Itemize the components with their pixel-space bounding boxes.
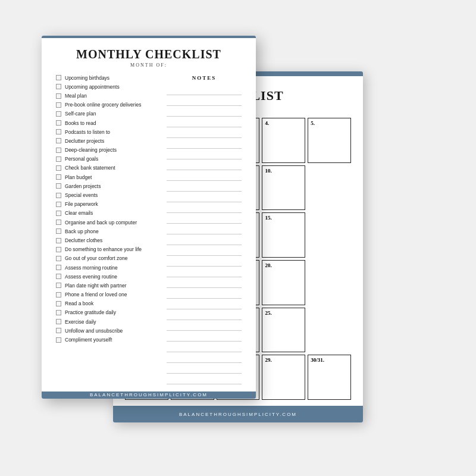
- item-label-14: File paperwork: [65, 201, 98, 207]
- checkbox-9[interactable]: [56, 156, 61, 162]
- checkbox-28[interactable]: [56, 328, 61, 333]
- checkbox-22[interactable]: [56, 274, 61, 279]
- front-month-of: MONTH OF:: [56, 62, 242, 68]
- notes-line: [167, 236, 242, 245]
- checklist-item: Compliment yourself!: [56, 337, 161, 343]
- notes-line: [167, 343, 242, 352]
- checkbox-0[interactable]: [56, 75, 61, 80]
- checkbox-23[interactable]: [56, 283, 61, 288]
- notes-line: [167, 171, 242, 181]
- front-footer-text: BALANCETHROUGHSIMPLICITY.COM: [90, 392, 208, 397]
- cal-cell: [308, 212, 351, 258]
- checklist-item: Unfollow and unsubscribe: [56, 328, 161, 334]
- cal-cell: 25.: [262, 308, 305, 353]
- item-label-16: Organise and back up computer: [65, 220, 137, 226]
- checklist-item: Do something to enhance your life: [56, 246, 161, 252]
- notes-lines: [167, 86, 242, 386]
- item-label-12: Garden projects: [65, 183, 101, 189]
- notes-line: [167, 278, 242, 288]
- checklist-item: File paperwork: [56, 201, 161, 207]
- cal-cell: 5.: [308, 118, 351, 163]
- item-label-18: Declutter clothes: [65, 237, 102, 243]
- checklist-item: Declutter projects: [56, 138, 161, 144]
- cal-cell: 20.: [262, 260, 305, 305]
- item-label-6: Podcasts to listen to: [65, 129, 110, 135]
- checkbox-24[interactable]: [56, 292, 61, 298]
- notes-line: [167, 86, 242, 95]
- checklist-item: Go out of your comfort zone: [56, 255, 161, 261]
- checklist-item: Plan date night with partner: [56, 283, 161, 289]
- checkbox-10[interactable]: [56, 165, 61, 171]
- checkbox-15[interactable]: [56, 211, 61, 216]
- checkbox-11[interactable]: [56, 174, 61, 180]
- back-footer: BALANCETHROUGHSIMPLICITY.COM: [113, 406, 363, 422]
- checkbox-14[interactable]: [56, 202, 61, 207]
- item-label-2: Meal plan: [65, 93, 87, 99]
- notes-line: [167, 300, 242, 309]
- notes-line: [167, 107, 242, 117]
- checkbox-6[interactable]: [56, 129, 61, 134]
- checkbox-29[interactable]: [56, 337, 61, 343]
- checkbox-26[interactable]: [56, 310, 61, 315]
- notes-line: [167, 203, 242, 213]
- checkbox-4[interactable]: [56, 111, 61, 117]
- notes-line: [167, 182, 242, 192]
- checkbox-8[interactable]: [56, 148, 61, 153]
- notes-line: [167, 139, 242, 149]
- notes-line: [167, 311, 242, 320]
- front-page-title: MONTHLY CHECKLIST: [56, 48, 242, 61]
- checkbox-19[interactable]: [56, 247, 61, 252]
- checklist-item: Check bank statement: [56, 165, 161, 171]
- checkbox-16[interactable]: [56, 220, 61, 225]
- checklist-item: Assess evening routine: [56, 274, 161, 280]
- checkbox-18[interactable]: [56, 238, 61, 243]
- cal-cell: [308, 308, 351, 353]
- cal-cell: 29.: [262, 355, 305, 400]
- checkbox-5[interactable]: [56, 120, 61, 126]
- checklist-item: Declutter clothes: [56, 237, 161, 243]
- checkbox-20[interactable]: [56, 256, 61, 261]
- item-label-8: Deep-cleaning projects: [65, 147, 117, 153]
- checklist-item: Books to read: [56, 120, 161, 126]
- checkbox-3[interactable]: [56, 102, 61, 108]
- notes-line: [167, 161, 242, 170]
- item-label-22: Assess evening routine: [65, 274, 117, 280]
- item-label-5: Books to read: [65, 120, 96, 126]
- checkbox-2[interactable]: [56, 93, 61, 99]
- cal-cell: 15.: [262, 212, 305, 258]
- checklist-item: Meal plan: [56, 93, 161, 99]
- checklist-item: Practice gratitude daily: [56, 309, 161, 315]
- item-label-23: Plan date night with partner: [65, 283, 126, 289]
- checklist-item: Organise and back up computer: [56, 220, 161, 226]
- notes-line: [167, 118, 242, 127]
- notes-line: [167, 364, 242, 374]
- item-label-19: Do something to enhance your life: [65, 246, 142, 252]
- checkbox-12[interactable]: [56, 183, 61, 189]
- checklist-item: Phone a friend or loved one: [56, 292, 161, 298]
- checklist-item: Read a book: [56, 300, 161, 306]
- checklist-item: Podcasts to listen to: [56, 129, 161, 135]
- item-label-24: Phone a friend or loved one: [65, 292, 127, 298]
- item-label-4: Self-care plan: [65, 111, 96, 117]
- checklist-column: Upcoming birthdays Upcoming appointments…: [56, 75, 161, 386]
- checkbox-17[interactable]: [56, 228, 61, 234]
- checkbox-25[interactable]: [56, 301, 61, 306]
- checkbox-13[interactable]: [56, 193, 61, 198]
- cal-cell: [308, 165, 351, 211]
- notes-line: [167, 193, 242, 202]
- notes-line: [167, 246, 242, 256]
- checklist-item: Pre-book online grocery deliveries: [56, 102, 161, 108]
- item-label-10: Check bank statement: [65, 165, 115, 171]
- cal-cell: 4.: [262, 118, 305, 163]
- checkbox-1[interactable]: [56, 84, 61, 89]
- checkbox-7[interactable]: [56, 138, 61, 143]
- checkbox-21[interactable]: [56, 265, 61, 270]
- cal-cell: [308, 260, 351, 305]
- item-label-28: Unfollow and unsubscribe: [65, 328, 123, 334]
- item-label-17: Back up phone: [65, 228, 99, 234]
- checkbox-27[interactable]: [56, 319, 61, 324]
- item-label-0: Upcoming birthdays: [65, 75, 109, 81]
- item-label-13: Special events: [65, 192, 98, 198]
- item-label-29: Compliment yourself!: [65, 337, 112, 343]
- notes-line: [167, 96, 242, 106]
